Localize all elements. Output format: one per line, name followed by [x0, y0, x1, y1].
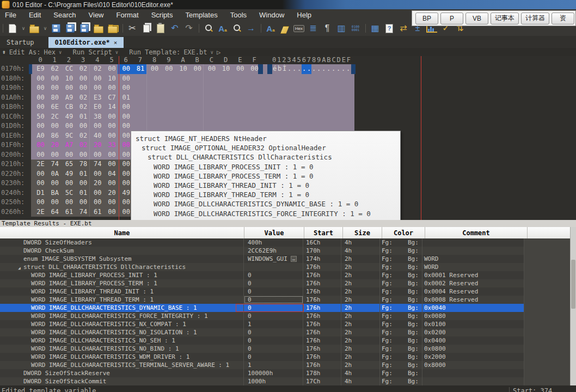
ascii-char[interactable]: . [297, 65, 302, 72]
hex-byte[interactable]: 74 [47, 160, 62, 168]
hex-byte[interactable]: 49 [62, 170, 76, 177]
quick-button-5[interactable]: 资 [552, 13, 574, 24]
hex-byte[interactable]: A9 [62, 94, 76, 101]
template-help-icon[interactable]: ? [383, 22, 395, 34]
hex-byte[interactable]: 64 [47, 208, 62, 216]
hex-byte[interactable]: 00 [47, 122, 62, 130]
table-row[interactable]: DWORD CheckSum2CC62E9h170h4hFg:Bg: [0, 247, 576, 255]
hex-byte[interactable]: 86 [47, 132, 62, 139]
hex-byte[interactable]: 00 [233, 65, 248, 72]
hex-byte[interactable]: 00 [90, 75, 105, 82]
menu-search[interactable]: Search [53, 11, 76, 19]
hex-byte[interactable]: 20 [47, 141, 62, 149]
hex-byte[interactable]: 10 [176, 65, 191, 72]
hex-byte[interactable]: 00 [119, 103, 133, 111]
edit-as-value[interactable]: Hex [44, 48, 56, 56]
hex-byte[interactable]: 10 [105, 75, 119, 82]
hex-byte[interactable]: 20 [90, 141, 105, 149]
hex-byte[interactable]: 5C [62, 189, 76, 197]
hex-byte[interactable]: 00 [33, 198, 48, 206]
hex-byte[interactable]: CC [62, 65, 76, 72]
hex-byte[interactable]: 00 [105, 122, 119, 130]
hex-byte[interactable]: 61 [62, 208, 76, 216]
hex-byte[interactable]: E9 [33, 65, 48, 72]
hex-byte[interactable]: A0 [33, 132, 48, 139]
save-as-icon[interactable] [64, 22, 76, 34]
redo-icon[interactable]: ↷ [183, 22, 195, 34]
hex-byte[interactable]: 74 [90, 160, 105, 168]
line-view-icon[interactable]: ≣ [307, 22, 319, 34]
hex-byte[interactable]: 20 [105, 189, 119, 197]
ascii-char[interactable]: é [272, 65, 277, 72]
table-row[interactable]: DWORD SizeOfHeaders400h16Ch4hFg:Bg: [0, 238, 576, 247]
table-row[interactable]: WORD IMAGE_LIBRARY_THREAD_INIT : 10176h2… [0, 287, 576, 296]
hex-byte[interactable]: 00 [33, 151, 48, 158]
find-in-files-icon[interactable] [231, 22, 243, 34]
hex-byte[interactable]: 00 [47, 179, 62, 187]
table-row[interactable]: DWORD SizeOfStackCommit1000h17Ch4hFg:Bg: [0, 377, 576, 385]
menu-help[interactable]: Help [297, 11, 311, 19]
save-all-icon[interactable] [78, 22, 90, 34]
hex-byte[interactable]: 78 [76, 160, 91, 168]
hex-byte[interactable]: 20 [90, 179, 105, 187]
hex-byte[interactable]: 00 [76, 198, 91, 206]
hex-byte[interactable]: 00 [148, 65, 162, 72]
hex-byte[interactable]: 00 [105, 160, 119, 168]
hex-byte[interactable]: 6E [47, 103, 62, 111]
hex-byte[interactable]: 00 [33, 75, 48, 82]
hex-byte[interactable]: 04 [105, 170, 119, 177]
hex-byte[interactable]: 2C [47, 113, 62, 120]
hex-byte[interactable]: 00 [33, 141, 48, 149]
hex-byte[interactable]: 49 [62, 113, 76, 120]
quick-button-4[interactable]: 计算器 [521, 13, 549, 24]
template-results-title[interactable]: Template Results - EXE.bt [0, 220, 576, 227]
hex-byte[interactable]: 00 [62, 122, 76, 130]
hex-byte[interactable]: 50 [33, 113, 48, 120]
hex-byte[interactable]: 02 [76, 132, 91, 139]
hex-byte[interactable]: 00 [119, 84, 133, 91]
table-row[interactable]: WORD IMAGE_DLLCHARACTERISTICS_WDM_DRIVER… [0, 353, 576, 361]
column-view-icon[interactable]: ▥ [335, 22, 347, 34]
ascii-char[interactable]: . [336, 65, 341, 72]
chevron-down-icon[interactable]: ∨ [42, 22, 48, 34]
table-row[interactable]: WORD IMAGE_DLLCHARACTERISTICS_NO_BIND : … [0, 345, 576, 353]
hex-byte[interactable]: 14 [105, 103, 119, 111]
more-button[interactable]: … [291, 256, 297, 262]
cut-icon[interactable]: ✂ [126, 22, 138, 34]
table-row[interactable]: struct DLL_CHARACTERISTICS DllCharacteri… [0, 263, 576, 271]
hex-mode-badge[interactable]: Hex [293, 22, 305, 34]
hex-byte[interactable]: 00 [105, 198, 119, 206]
hex-byte[interactable]: 00 [204, 65, 219, 72]
swap-bytes-icon[interactable]: ⇄ [397, 22, 409, 34]
hex-byte[interactable]: 00 [33, 179, 48, 187]
ascii-char[interactable]: . [292, 65, 297, 72]
ascii-char[interactable]: . [316, 65, 321, 72]
font-icon[interactable]: Aa [265, 22, 277, 34]
hex-byte[interactable]: 9C [62, 132, 76, 139]
hex-byte[interactable]: 00 [190, 65, 205, 72]
hex-byte[interactable]: 2E [33, 208, 48, 216]
chevron-down-icon[interactable]: ∨ [59, 50, 62, 55]
hex-byte[interactable]: 02 [90, 65, 105, 72]
hex-byte[interactable]: 00 [90, 151, 105, 158]
ascii-char[interactable]: . [326, 65, 331, 72]
hex-byte[interactable]: 01 [76, 170, 91, 177]
menu-format[interactable]: Format [117, 11, 139, 19]
paste-icon[interactable] [155, 22, 167, 34]
hex-byte[interactable]: 81 [133, 65, 148, 72]
hex-byte[interactable]: D1 [33, 189, 48, 197]
duplicate-folder-icon[interactable] [107, 22, 119, 34]
hex-byte[interactable]: 00 [62, 198, 76, 206]
hex-byte[interactable]: 00 [119, 113, 133, 120]
ascii-char[interactable]: . [302, 64, 307, 75]
table-row[interactable]: WORD IMAGE_LIBRARY_PROCESS_INIT : 10176h… [0, 271, 576, 279]
table-row[interactable]: WORD IMAGE_DLLCHARACTERISTICS_TERMINAL_S… [0, 361, 576, 369]
hex-byte[interactable]: A7 [62, 141, 76, 149]
ascii-char[interactable]: Ì [282, 65, 287, 72]
hex-byte[interactable]: 0A [47, 170, 62, 177]
chevron-down-icon[interactable]: ∨ [115, 50, 118, 55]
hex-byte[interactable]: 10 [219, 65, 234, 72]
hex-byte[interactable]: 61 [90, 208, 105, 216]
new-file-icon[interactable] [7, 22, 19, 34]
hex-byte[interactable]: 00 [119, 75, 133, 82]
